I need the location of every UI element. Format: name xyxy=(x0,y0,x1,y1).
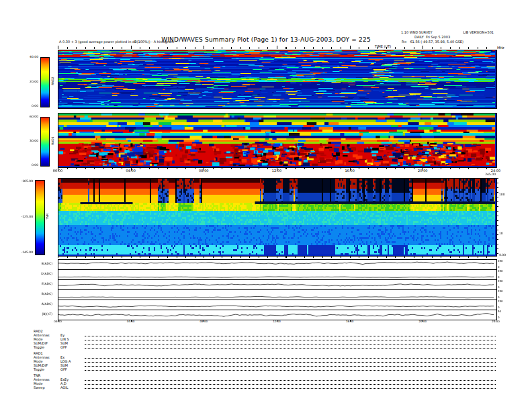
status-row: SweepAGIL xyxy=(34,385,496,390)
strip-row xyxy=(58,270,496,280)
leader-dots xyxy=(85,344,496,345)
tnr-spectrogram-canvas xyxy=(58,179,495,255)
leader-dots xyxy=(85,384,496,385)
status-section: RAD1AntennasExModeLOG ASUM/DIFSUMToggleO… xyxy=(34,351,496,371)
status-row-name: Toggle xyxy=(34,345,60,349)
tnr-right-tick: 10 xyxy=(499,232,503,235)
x-ticks-major-top xyxy=(58,46,496,49)
strip-label: D(ADC) xyxy=(23,272,52,275)
strip-trace xyxy=(58,310,495,320)
strip-ymin: 0 xyxy=(498,316,500,319)
strip-ymax: 250 xyxy=(498,269,503,273)
status-row-value: AGIL xyxy=(60,385,85,390)
lib-version-stamp: LIB VERSION=501 xyxy=(463,30,494,34)
rad2-colorbar-tick: 20.00 xyxy=(18,80,38,83)
rad2-colorbar xyxy=(40,57,50,107)
strip-trace xyxy=(58,270,495,279)
strip-ymin: 0 xyxy=(498,265,500,269)
leader-dots xyxy=(85,370,496,371)
strip-label: |B|(nT) xyxy=(23,312,52,316)
time-tick-label-bottom: 04:00 xyxy=(123,320,139,323)
rad1-colorbar-tick: 0.00 xyxy=(18,163,38,167)
strip-row xyxy=(58,290,496,300)
time-tick-label-bottom: 20:00 xyxy=(414,320,431,323)
time-tick-label-bottom: 12:00 xyxy=(269,320,285,323)
status-section: TNRAntennasExEyModeA,DSweepAGIL xyxy=(34,373,496,390)
leader-dots xyxy=(85,336,496,336)
strip-ymax: 250 xyxy=(498,259,503,263)
time-tick-label: 20:00 xyxy=(414,169,431,173)
frequency-unit-label: MHz xyxy=(497,46,504,50)
time-tick-label-bottom: 24:00 xyxy=(488,320,504,323)
daily-stamp: DAILY Fri Sep 5 2003 xyxy=(414,35,450,39)
strip-row xyxy=(58,310,496,320)
leader-dots xyxy=(85,340,496,340)
strip-trace xyxy=(58,260,495,269)
strip-label: A(ADC) xyxy=(23,302,52,306)
status-section: RAD2AntennasEyModeLIN SSUM/DIFSUMToggleO… xyxy=(34,329,496,349)
strip-trace xyxy=(58,290,495,300)
version-stamp: 1.10 WND SURVEY xyxy=(401,30,433,34)
time-tick-label-bottom: 00:00 xyxy=(50,320,66,323)
strip-ymax: 250 xyxy=(498,300,503,303)
status-row: ToggleOFF xyxy=(34,367,496,371)
time-tick-label: 16:00 xyxy=(342,169,358,173)
page-title: WIND/WAVES Summary Plot (Page 1) for 13-… xyxy=(161,36,371,43)
tnr-colorbar-tick: -105.00 xyxy=(13,179,33,183)
tnr-axis-label: TNR xyxy=(46,203,49,230)
tnr-right-tick: 100 xyxy=(499,193,505,196)
tnr-colorbar xyxy=(35,180,45,255)
strip-row xyxy=(58,300,496,310)
leader-dots xyxy=(85,358,496,359)
rad2-axis-label: RAD2 xyxy=(51,68,54,95)
strip-label: B(ADC) xyxy=(23,292,52,295)
tnr-right-tick: 4.00 xyxy=(499,253,506,257)
rad1-axis-label: RAD1 xyxy=(51,128,54,154)
leader-dots xyxy=(85,362,496,363)
tnr-colorbar-tick: -145.00 xyxy=(13,250,33,254)
rad1-panel xyxy=(58,113,497,168)
rad1-colorbar-tick: 30.00 xyxy=(18,139,38,142)
strip-ymax: 250 xyxy=(498,289,503,293)
header-right-row: 1.10 WND SURVEY LIB VERSION=501 xyxy=(401,30,494,34)
strip-ymax: 250 xyxy=(498,279,503,283)
rad1-spectrogram-canvas xyxy=(58,113,495,166)
status-row-name: Sweep xyxy=(34,385,60,390)
header-info-line: A 0.30 + 3 (good average power plotted i… xyxy=(59,40,174,44)
time-tick-label-bottom: 08:00 xyxy=(195,320,212,323)
leader-dots xyxy=(85,388,496,389)
strip-ymin: 0 xyxy=(498,306,500,309)
strip-ymin: 0 xyxy=(498,295,500,299)
strip-trace xyxy=(58,300,495,310)
time-tick-label: 08:00 xyxy=(195,169,212,173)
tnr-panel xyxy=(58,178,497,257)
time-tick-label-bottom: 16:00 xyxy=(342,320,358,323)
wind-waves-summary-plot: A 0.30 + 3 (good average power plotted i… xyxy=(0,0,532,411)
status-row-value: OFF xyxy=(60,345,85,349)
rad1-colorbar xyxy=(40,117,50,167)
position-stamp: R= 61.56 (-49.57, 35.98, 5.40 GSE) xyxy=(402,40,463,44)
rad2-colorbar-tick: 40.00 xyxy=(18,55,38,58)
tnr-right-tick: 245.00 xyxy=(480,173,496,176)
time-tick-label: 04:00 xyxy=(123,169,139,173)
strip-label: B(ADC) xyxy=(23,262,52,265)
strip-ymin: 0 xyxy=(498,275,500,279)
housekeeping-strips xyxy=(58,259,497,320)
strip-ymax: 50 xyxy=(498,310,501,313)
rad2-panel xyxy=(58,50,497,109)
rad2-spectrogram-canvas xyxy=(58,50,495,107)
status-row-value: OFF xyxy=(60,367,85,371)
status-row: ToggleOFF xyxy=(34,345,496,349)
time-tick-label: 12:00 xyxy=(269,169,285,173)
instrument-status-block: RAD2AntennasEyModeLIN SSUM/DIFSUMToggleO… xyxy=(34,327,496,390)
time-tick-label: 00:00 xyxy=(50,169,66,173)
status-row-name: Toggle xyxy=(34,367,60,371)
strip-row xyxy=(58,260,496,270)
strip-ymin: 0 xyxy=(498,285,500,289)
tnr-colorbar-tick: -125.00 xyxy=(13,215,33,218)
strip-label: E(ADC) xyxy=(23,282,52,285)
leader-dots xyxy=(85,366,496,367)
strip-row xyxy=(58,280,496,290)
strip-trace xyxy=(58,280,495,289)
leader-dots xyxy=(85,380,496,381)
